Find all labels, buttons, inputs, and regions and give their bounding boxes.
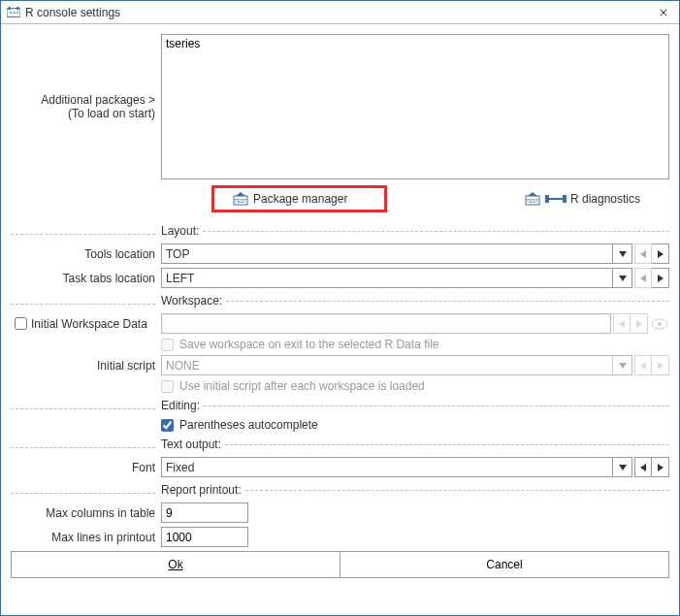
paren-autocomplete-checkbox[interactable] xyxy=(161,419,174,432)
svg-rect-2 xyxy=(17,6,19,10)
diagnostics-house-icon: TEST xyxy=(524,192,541,206)
workspace-browse-icon[interactable] xyxy=(650,314,669,334)
additional-packages-label-2: (To load on start) xyxy=(11,107,155,120)
initial-workspace-label: Initial Workspace Data xyxy=(31,317,147,331)
task-tabs-location-combo[interactable]: LEFT xyxy=(161,268,632,288)
initial-script-label: Initial script xyxy=(11,359,161,373)
font-next[interactable] xyxy=(652,457,669,477)
use-initial-script-label: Use initial script after each workspace … xyxy=(179,379,425,393)
r-diagnostics-link[interactable]: TEST R diagnostics xyxy=(524,192,640,206)
svg-marker-8 xyxy=(236,192,245,196)
chevron-down-icon xyxy=(612,356,631,374)
button-bar: Ok Cancel xyxy=(11,551,669,578)
package-manager-highlight: TEST Package manager xyxy=(211,185,387,212)
font-label: Font xyxy=(11,461,161,474)
section-report-label: Report printout: xyxy=(161,483,242,497)
tools-location-label: Tools location xyxy=(11,247,161,261)
svg-rect-16 xyxy=(549,198,563,200)
dialog-window: R console settings Additional packages >… xyxy=(0,0,680,616)
ok-button[interactable]: Ok xyxy=(12,552,340,577)
max-cols-label: Max columns in table xyxy=(11,506,161,520)
cancel-button[interactable]: Cancel xyxy=(340,552,668,577)
font-prev[interactable] xyxy=(634,457,652,477)
svg-rect-15 xyxy=(563,195,567,203)
section-editing-label: Editing: xyxy=(161,399,200,412)
svg-point-18 xyxy=(658,322,662,326)
save-on-exit-label: Save workspace on exit to the selected R… xyxy=(179,338,438,351)
use-initial-script-checkbox xyxy=(161,380,174,393)
workspace-next xyxy=(631,313,648,334)
tools-location-prev[interactable] xyxy=(634,243,652,264)
section-workspace-label: Workspace: xyxy=(161,294,222,308)
window-title: R console settings xyxy=(25,6,654,19)
chevron-down-icon xyxy=(612,269,631,287)
svg-text:TEST: TEST xyxy=(235,198,247,204)
svg-marker-11 xyxy=(528,192,537,196)
close-icon xyxy=(660,7,667,18)
additional-packages-label-1: Additional packages > xyxy=(11,93,155,107)
save-on-exit-checkbox xyxy=(161,339,174,351)
initial-script-prev xyxy=(634,355,652,375)
initial-workspace-checkbox[interactable] xyxy=(15,317,27,330)
max-lines-input[interactable] xyxy=(161,527,248,547)
svg-rect-14 xyxy=(545,195,549,203)
svg-rect-1 xyxy=(9,6,11,10)
content-area: Additional packages > (To load on start)… xyxy=(1,24,679,615)
section-text-output-label: Text output: xyxy=(161,438,221,451)
app-icon xyxy=(7,6,20,19)
max-cols-input[interactable] xyxy=(161,503,248,523)
close-button[interactable] xyxy=(654,3,673,22)
chevron-down-icon xyxy=(612,458,631,476)
title-bar: R console settings xyxy=(1,1,679,24)
initial-workspace-field[interactable] xyxy=(161,313,611,334)
task-tabs-location-label: Task tabs location xyxy=(11,272,161,285)
task-tabs-next[interactable] xyxy=(652,268,669,288)
tools-location-next[interactable] xyxy=(652,243,669,264)
initial-script-next xyxy=(652,355,669,375)
initial-script-combo[interactable]: NONE xyxy=(161,355,632,375)
workspace-prev xyxy=(613,313,631,334)
diagnostics-barbell-icon xyxy=(545,192,567,206)
chevron-down-icon xyxy=(612,244,631,263)
task-tabs-prev[interactable] xyxy=(634,268,652,288)
svg-text:TEST: TEST xyxy=(527,198,539,204)
section-layout-label: Layout: xyxy=(161,224,199,238)
max-lines-label: Max lines in printout xyxy=(11,531,161,544)
package-manager-link[interactable]: TEST Package manager xyxy=(232,192,347,206)
package-manager-icon: TEST xyxy=(232,192,249,206)
font-combo[interactable]: Fixed xyxy=(161,457,632,477)
tools-location-combo[interactable]: TOP xyxy=(161,243,632,264)
paren-autocomplete-label: Parentheses autocomplete xyxy=(179,418,318,432)
additional-packages-textarea[interactable]: tseries xyxy=(161,34,669,179)
